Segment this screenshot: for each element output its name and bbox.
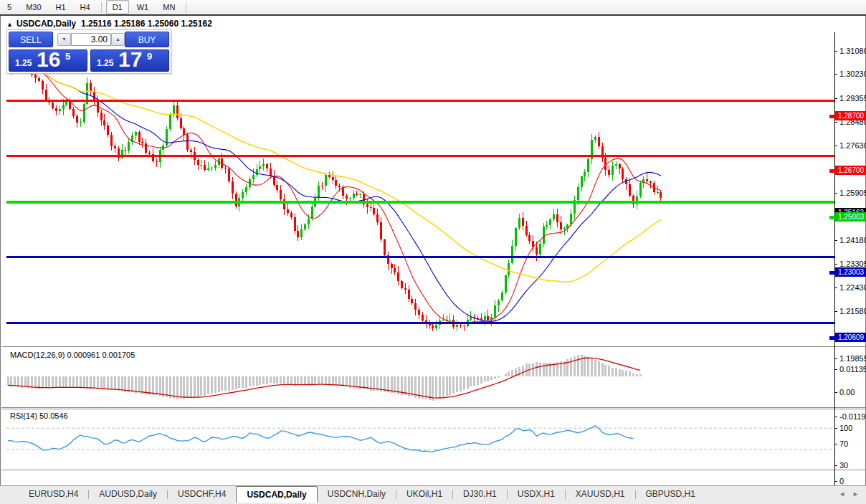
sell-price-pips: 16 [37, 47, 60, 72]
chart-tab-eurusd[interactable]: EURUSD,H4 [19, 486, 88, 501]
chart-tab-audusd[interactable]: AUDUSD,Daily [89, 486, 167, 501]
rsi-tick [834, 481, 837, 482]
chart-tab-bar: EURUSD,H4AUDUSD,DailyUSDCHF,H4USDCAD,Dai… [0, 485, 866, 504]
timeframe-button-w1[interactable]: W1 [130, 0, 156, 14]
timeframe-button-mn[interactable]: MN [156, 0, 181, 14]
rsi-indicator-canvas[interactable] [6, 409, 834, 469]
buy-button[interactable]: BUY [125, 32, 169, 47]
tab-scroll-left-icon[interactable]: ◄ [839, 490, 845, 498]
price-badge-1.20609: 1.20609 [835, 333, 866, 342]
one-click-trade-panel: SELL ▼ ▲ BUY 1.25 16 5 1.25 17 9 [6, 29, 171, 74]
price-badge-1.23003: 1.23003 [835, 267, 866, 277]
chart-tab-xauusd[interactable]: XAUUSD,H1 [566, 486, 635, 501]
macd-signal-line [8, 358, 640, 398]
price-tick [834, 287, 837, 288]
rsi-tick-label: 0 [839, 477, 844, 485]
chart-window: ▲USDCAD,Daily 1.25116 1.25186 1.25060 1.… [0, 16, 866, 485]
rsi-tick [834, 465, 837, 466]
price-tick [834, 311, 837, 312]
rsi-line [8, 426, 633, 452]
mt4-terminal: 5M30H1H4D1W1MN ▲USDCAD,Daily 1.25116 1.2… [0, 0, 866, 504]
price-tick [834, 98, 837, 99]
sell-price-display[interactable]: 1.25 16 5 [9, 49, 87, 72]
sell-button[interactable]: SELL [9, 32, 53, 47]
fast-ma-line [8, 67, 661, 323]
line-end-marker [829, 336, 835, 340]
line-end-marker [829, 271, 835, 275]
price-badge-1.28700: 1.28700 [835, 111, 866, 120]
macd-tick [834, 417, 837, 417]
price-tick-label: 1.27630 [839, 142, 866, 150]
buy-price-display[interactable]: 1.25 17 9 [90, 49, 169, 72]
macd-tick [834, 369, 837, 370]
rsi-panel-separator-a[interactable] [1, 407, 866, 408]
date-axis-separator [1, 470, 866, 470]
chart-tab-dj30[interactable]: DJ30,H1 [453, 486, 507, 501]
toolbar-separator [101, 2, 102, 13]
chart-tab-ukoil[interactable]: UKOil,H1 [396, 486, 452, 501]
price-tick [834, 240, 837, 241]
macd-tick-label: 0.00 [839, 389, 855, 396]
chart-tab-usdchf[interactable]: USDCHF,H4 [168, 486, 236, 501]
price-tick [834, 51, 837, 52]
sell-price-point: 5 [65, 51, 70, 62]
price-tick-label: 1.29355 [839, 95, 866, 103]
price-tick [834, 264, 837, 265]
macd-tick-label: -0.01190 [839, 413, 866, 421]
volume-input[interactable] [71, 33, 111, 46]
line-end-marker [829, 216, 835, 219]
rsi-tick-label: 70 [839, 440, 848, 448]
toolbar-separator [186, 2, 186, 13]
rsi-label: RSI(14) 50.0546 [10, 412, 68, 420]
price-badge-1.26700: 1.26700 [835, 166, 866, 175]
chart-title: ▲USDCAD,Daily 1.25116 1.25186 1.25060 1.… [6, 19, 212, 29]
timeframe-button-5[interactable]: 5 [1, 0, 18, 14]
chart-tab-gbpusd[interactable]: GBPUSD,H1 [636, 486, 705, 501]
macd-label: MACD(12,26,9) 0.000961 0.001705 [10, 351, 135, 359]
price-tick [834, 193, 837, 194]
macd-tick [834, 392, 837, 393]
rsi-tick-label: 30 [839, 462, 848, 470]
timeframe-toolbar: 5M30H1H4D1W1MN [0, 0, 866, 16]
price-tick-label: 1.31080 [839, 47, 866, 55]
buy-price-pips: 17 [118, 47, 142, 72]
price-tick [834, 146, 837, 146]
tab-scroll-right-icon[interactable]: ► [852, 490, 859, 498]
chart-symbol-label: USDCAD,Daily [16, 19, 76, 29]
price-tick [834, 358, 837, 359]
volume-increase-button[interactable]: ▲ [111, 33, 125, 46]
chart-tab-usdx[interactable]: USDX,H1 [508, 486, 565, 501]
buy-price-base: 1.25 [97, 58, 113, 68]
price-axis-line [834, 32, 835, 485]
timeframe-button-d1[interactable]: D1 [106, 0, 129, 14]
rsi-tick [834, 428, 837, 429]
price-tick-label: 1.25905 [839, 189, 866, 197]
timeframe-button-m30[interactable]: M30 [19, 0, 47, 14]
tab-scroll-nav: ◄ ► [839, 486, 866, 502]
buy-price-point: 9 [147, 51, 152, 62]
price-tick-label: 1.21580 [839, 308, 866, 315]
price-tick [834, 122, 837, 123]
price-badge-1.25003: 1.25003 [835, 212, 866, 222]
chart-tab-usdcad[interactable]: USDCAD,Daily [236, 486, 317, 503]
price-tick-label: 1.30230 [839, 70, 866, 78]
macd-tick-label: 0.01135 [839, 366, 866, 374]
rsi-tick [834, 444, 837, 444]
trade-panel-row: SELL ▼ ▲ BUY [7, 30, 171, 49]
line-end-marker [829, 115, 835, 118]
price-tick-label: 1.19855 [839, 355, 866, 363]
price-tick-label: 1.24180 [839, 237, 866, 244]
volume-decrease-button[interactable]: ▼ [57, 33, 71, 46]
medium-ma-line [8, 67, 661, 321]
price-tick-label: 1.22430 [839, 284, 866, 292]
chart-ohlc-values: 1.25116 1.25186 1.25060 1.25162 [81, 19, 212, 29]
sell-price-base: 1.25 [15, 58, 32, 68]
tabs-holder: EURUSD,H4AUDUSD,DailyUSDCHF,H4USDCAD,Dai… [19, 486, 705, 503]
timeframe-button-h4[interactable]: H4 [74, 0, 97, 14]
timeframe-button-h1[interactable]: H1 [49, 0, 72, 14]
trade-panel-collapse-icon[interactable]: ▲ [6, 21, 13, 28]
line-end-marker [829, 169, 835, 173]
chart-tab-usdcnh[interactable]: USDCNH,Daily [318, 486, 396, 501]
price-tick [834, 74, 837, 75]
macd-panel-separator[interactable] [1, 346, 866, 347]
